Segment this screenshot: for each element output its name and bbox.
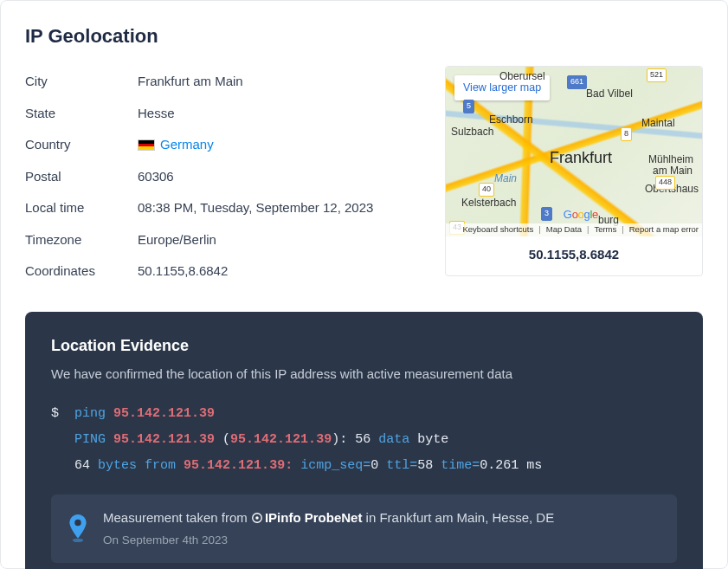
measurement-text: Measurement taken from IPinfo ProbeNet i… xyxy=(103,508,554,549)
map-shield-5: 5 xyxy=(463,100,474,113)
terminal-ttl-v: 58 xyxy=(417,458,433,473)
geo-row-coords: Coordinates 50.1155,8.6842 xyxy=(25,255,421,288)
terminal-ip-1: 95.142.121.39 xyxy=(113,406,215,421)
terminal-ms: ms xyxy=(526,458,542,473)
terminal-prompt: $ xyxy=(51,406,59,421)
section-title: IP Geolocation xyxy=(25,22,703,50)
geo-label-country: Country xyxy=(25,135,138,155)
map-label-eschborn: Eschborn xyxy=(489,112,533,127)
terminal-data-kw: data xyxy=(378,432,409,447)
flag-germany-icon xyxy=(138,139,155,151)
geo-row-localtime: Local time 08:38 PM, Tuesday, September … xyxy=(25,192,421,224)
map-report-error-link[interactable]: Report a map error xyxy=(629,223,699,236)
map-label-maintal: Maintal xyxy=(641,115,675,131)
terminal-ping-kw: PING xyxy=(74,432,106,447)
measurement-date: On September 4th 2023 xyxy=(103,532,554,549)
map-attribution-bar: Keyboard shortcuts| Map Data| Terms| Rep… xyxy=(446,223,702,236)
geo-value-timezone: Europe/Berlin xyxy=(138,230,216,250)
geo-row-postal: Postal 60306 xyxy=(25,161,421,193)
terminal-from-kw: from xyxy=(145,458,176,473)
map-shield-521: 521 xyxy=(647,68,667,82)
map-terms-link[interactable]: Terms xyxy=(594,223,616,236)
measurement-box: Measurement taken from IPinfo ProbeNet i… xyxy=(51,495,677,563)
svg-point-1 xyxy=(73,539,84,542)
measurement-suffix: in Frankfurt am Main, Hesse, DE xyxy=(362,510,554,525)
map-data-link[interactable]: Map Data xyxy=(546,223,582,236)
svg-point-0 xyxy=(74,520,81,526)
geo-value-localtime: 08:38 PM, Tuesday, September 12, 2023 xyxy=(138,198,373,218)
geo-row-country: Country Germany xyxy=(25,129,421,161)
measurement-probe-name: IPinfo ProbeNet xyxy=(265,510,363,525)
geo-value-postal: 60306 xyxy=(138,167,174,187)
probenet-icon xyxy=(251,510,263,530)
map-shield-40: 40 xyxy=(479,183,494,197)
terminal-ip-3: 95.142.121.39 xyxy=(230,432,332,447)
map-label-badvilbel: Bad Vilbel xyxy=(586,86,633,101)
geo-value-coords: 50.1155,8.6842 xyxy=(138,262,228,281)
terminal-icmpseq-v: 0 xyxy=(370,458,378,473)
terminal-ip-4: 95.142.121.39 xyxy=(184,458,285,473)
geo-table: City Frankfurt am Main State Hesse Count… xyxy=(25,66,421,288)
terminal-output: $ ping 95.142.121.39 PING 95.142.121.39 … xyxy=(51,401,677,479)
geo-value-country: Germany xyxy=(138,135,214,155)
geo-row-city: City Frankfurt am Main xyxy=(25,66,421,98)
terminal-bytes-kw: bytes xyxy=(98,458,137,473)
geo-top-row: City Frankfurt am Main State Hesse Count… xyxy=(25,66,703,288)
terminal-colon: : xyxy=(285,458,293,473)
map-canvas[interactable]: View larger map Oberursel Bad Vilbel Esc… xyxy=(446,67,702,236)
terminal-ttl: ttl= xyxy=(386,458,417,473)
terminal-ip-2: 95.142.121.39 xyxy=(113,432,215,447)
map-shield-448: 448 xyxy=(655,176,675,190)
terminal-icmpseq: icmp_seq= xyxy=(300,458,370,473)
geo-label-coords: Coordinates xyxy=(25,262,138,281)
location-pin-icon xyxy=(67,514,89,542)
geo-value-state: Hesse xyxy=(138,104,175,124)
ip-geolocation-card: IP Geolocation City Frankfurt am Main St… xyxy=(0,0,728,569)
location-evidence-panel: Location Evidence We have confirmed the … xyxy=(25,312,703,570)
geo-label-timezone: Timezone xyxy=(25,230,138,250)
map-label-frankfurt: Frankfurt xyxy=(550,146,612,170)
measurement-prefix: Measurement taken from xyxy=(103,510,251,525)
geo-label-localtime: Local time xyxy=(25,198,138,218)
evidence-title: Location Evidence xyxy=(51,334,677,358)
map-shield-661: 661 xyxy=(567,75,587,89)
map-label-main-river: Main xyxy=(494,171,517,186)
map-coords-display: 50.1155,8.6842 xyxy=(446,236,702,275)
terminal-byte: byte xyxy=(417,432,448,447)
map-column: View larger map Oberursel Bad Vilbel Esc… xyxy=(445,66,703,276)
svg-point-3 xyxy=(255,516,259,520)
terminal-paren-close: ): xyxy=(332,432,347,447)
geo-label-state: State xyxy=(25,104,138,124)
evidence-description: We have confirmed the location of this I… xyxy=(51,365,677,385)
map-label-sulzbach: Sulzbach xyxy=(451,124,493,139)
map-keyboard-shortcuts-link[interactable]: Keyboard shortcuts xyxy=(462,223,533,236)
terminal-56: 56 xyxy=(355,432,370,447)
geo-row-timezone: Timezone Europe/Berlin xyxy=(25,224,421,256)
map-label-kelsterbach: Kelsterbach xyxy=(461,195,516,210)
map-shield-3: 3 xyxy=(541,207,552,221)
terminal-paren-open: ( xyxy=(222,432,230,447)
geo-value-city: Frankfurt am Main xyxy=(138,72,243,92)
google-logo-icon: Google xyxy=(564,206,598,223)
country-link[interactable]: Germany xyxy=(160,135,214,155)
geo-label-city: City xyxy=(25,72,138,92)
map-shield-8: 8 xyxy=(621,127,632,141)
terminal-time: time= xyxy=(441,458,480,473)
map-label-oberursel: Oberursel xyxy=(499,68,545,84)
geo-label-postal: Postal xyxy=(25,167,138,187)
measurement-line-1: Measurement taken from IPinfo ProbeNet i… xyxy=(103,508,554,530)
terminal-time-v: 0.261 xyxy=(480,458,519,473)
terminal-64: 64 xyxy=(74,458,90,473)
geo-row-state: State Hesse xyxy=(25,98,421,130)
terminal-cmd: ping xyxy=(74,406,106,421)
